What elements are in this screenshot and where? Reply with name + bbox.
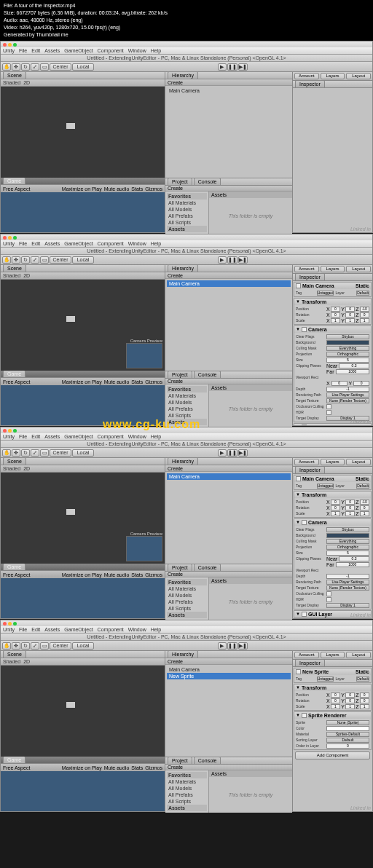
hand-tool-button[interactable]: ✋: [2, 256, 11, 264]
pause-button[interactable]: ❚❚: [227, 63, 237, 71]
sprite-renderer-component: ▼ Sprite Renderer SpriteNone (Sprite) Co…: [294, 711, 372, 750]
console-tab[interactable]: Console: [194, 178, 221, 186]
hierarchy-tab[interactable]: Hierarchy: [168, 71, 198, 79]
project-tree[interactable]: Favorites All Materials All Models All P…: [165, 192, 209, 234]
inspector-panel: [293, 88, 372, 232]
transform-component: ▼ Transform PositionX0Y0Z-10 RotationX0Y…: [294, 298, 372, 325]
main-toolbar[interactable]: ✋ ✥ ↻ ⤢ ▭ Center Local ▶ ❚❚ ▶❚: [1, 62, 372, 72]
project-tab[interactable]: Project: [168, 178, 192, 186]
camera-gizmo-icon[interactable]: [66, 316, 75, 322]
local-toggle[interactable]: Local: [72, 63, 94, 71]
inspector-tab[interactable]: Inspector: [295, 80, 325, 88]
scale-tool-button[interactable]: ⤢: [31, 63, 39, 71]
scene-tab[interactable]: Scene: [3, 71, 26, 79]
video-metadata: File: A tour of the Inspector.mp4 Size: …: [0, 0, 373, 41]
window-title: Untitled - ExtendingUnityEditor - PC, Ma…: [1, 55, 372, 62]
thumbnail-frame-4: UnityFileEditAssetsGameObjectComponentWi…: [0, 620, 373, 812]
account-dropdown[interactable]: Account: [294, 73, 319, 79]
rotate-tool-button[interactable]: ↻: [21, 63, 30, 71]
camera-gizmo-icon[interactable]: [66, 123, 75, 129]
scene-viewport[interactable]: [1, 87, 165, 178]
color-field[interactable]: [326, 340, 369, 345]
hierarchy-item-selected[interactable]: New Sprite: [167, 673, 291, 679]
hierarchy-item-selected[interactable]: Main Camera: [167, 280, 291, 287]
step-button[interactable]: ▶❚: [238, 63, 248, 71]
game-tab[interactable]: Game: [3, 177, 25, 185]
menu-bar[interactable]: UnityFileEditAssetsGameObjectComponentWi…: [1, 240, 372, 248]
watermark: www.cg-ku.com: [103, 418, 200, 431]
camera-component: ▼ Camera Clear FlagsSkybox Background Cu…: [294, 326, 372, 422]
center-toggle[interactable]: Center: [50, 63, 71, 71]
hierarchy-item[interactable]: Main Camera: [167, 87, 291, 94]
camera-preview: [126, 343, 162, 368]
play-button[interactable]: ▶: [218, 63, 227, 71]
thumbnail-frame-1: UnityFileEditAssetsGameObjectComponentWi…: [0, 41, 373, 233]
inspector-panel[interactable]: Main CameraStatic TagUntaggedLayerDefaul…: [293, 281, 372, 425]
menu-bar[interactable]: UnityFileEditAssetsGameObjectComponentWi…: [1, 47, 372, 55]
empty-folder-label: This folder is empty: [209, 198, 292, 234]
rect-tool-button[interactable]: ▭: [40, 63, 49, 71]
move-tool-button[interactable]: ✥: [12, 63, 20, 71]
thumbnail-frame-2: UnityFileEditAssetsGameObjectComponentWi…: [0, 234, 373, 426]
hand-tool-button[interactable]: ✋: [2, 63, 11, 71]
game-viewport[interactable]: [1, 192, 165, 232]
hierarchy-panel[interactable]: Main Camera: [165, 86, 292, 178]
thumbnail-frame-3: UnityFileEditAssetsGameObjectComponentWi…: [0, 427, 373, 619]
active-checkbox[interactable]: [296, 283, 301, 288]
layers-dropdown[interactable]: Layers: [321, 73, 345, 79]
layout-dropdown[interactable]: Layout: [346, 73, 371, 79]
